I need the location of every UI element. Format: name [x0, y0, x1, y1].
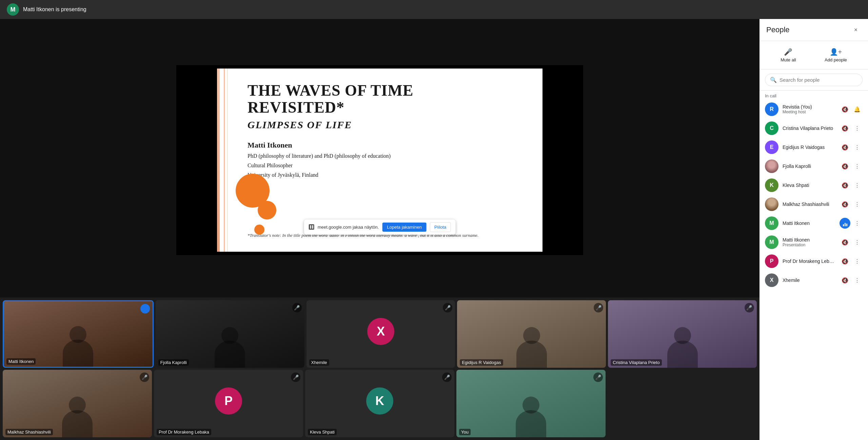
- panel-title: People: [766, 25, 790, 34]
- mute-btn-prof[interactable]: 🔇: [840, 256, 850, 267]
- participant-fjolla[interactable]: Fjolla Kaprolli 🔇 ⋮: [760, 157, 868, 176]
- info-cristina: Cristina Vilaplana Prieto: [783, 126, 835, 131]
- mute-btn-fjolla[interactable]: 🔇: [840, 161, 850, 172]
- role-revistia: Meeting host: [783, 110, 835, 114]
- speaking-icon: [140, 304, 150, 313]
- participant-revistia[interactable]: R Revistia (You) Meeting host 🔇 🔔: [760, 100, 868, 119]
- fjolla-video: [156, 300, 304, 368]
- mute-btn-revistia[interactable]: 🔇: [840, 104, 850, 115]
- mute-btn-cristina[interactable]: 🔇: [840, 123, 850, 134]
- more-btn-kleva[interactable]: ⋮: [852, 180, 863, 191]
- kleva-mute-icon: 🎤: [442, 372, 452, 382]
- search-icon: 🔍: [770, 77, 777, 83]
- you-mute-icon: 🎤: [593, 372, 603, 382]
- add-people-button[interactable]: 👤+ Add people: [818, 45, 854, 65]
- thumbnail-fjolla-kaprolli[interactable]: 🎤 Fjolla Kaprolli: [156, 300, 304, 368]
- info-fjolla: Fjolla Kaprolli: [783, 164, 835, 169]
- cristina-mute-icon: 🎤: [745, 303, 754, 312]
- info-egidijus: Egidijus R Vaidogas: [783, 145, 835, 150]
- participant-egidijus[interactable]: E Egidijus R Vaidogas 🔇 ⋮: [760, 138, 868, 157]
- more-btn-malkhaz[interactable]: ⋮: [852, 199, 863, 210]
- presenter-avatar: M: [7, 3, 19, 16]
- avatar-malkhaz: [765, 197, 778, 211]
- participant-malkhaz[interactable]: Malkhaz Shashiashvili 🔇 ⋮: [760, 195, 868, 214]
- info-prof: Prof Dr Morakeng Lebaka: [783, 259, 835, 264]
- thumbnail-row-1: Matti Itkonen 🎤 Fjolla Kaprolli X: [3, 300, 757, 368]
- presentation-area: The Waves of Time Revisited* Glimpses of…: [0, 19, 760, 298]
- mute-btn-xhemile[interactable]: 🔇: [840, 275, 850, 286]
- video-area: The Waves of Time Revisited* Glimpses of…: [0, 19, 760, 440]
- thumbnail-matti-itkonen[interactable]: Matti Itkonen: [3, 300, 154, 368]
- avatar-revistia: R: [765, 102, 778, 116]
- xhemile-avatar: X: [367, 318, 394, 345]
- name-cristina: Cristina Vilaplana Prieto: [783, 126, 835, 131]
- more-btn-matti1[interactable]: ⋮: [852, 218, 863, 229]
- participant-xhemile[interactable]: X Xhemile 🔇 ⋮: [760, 271, 868, 290]
- slide-detail2: Cultural Philosopher: [248, 162, 526, 169]
- malkhaz-name-label: Malkhaz Shashiashvili: [5, 429, 53, 435]
- controls-fjolla: 🔇 ⋮: [840, 161, 863, 172]
- slide-detail1: PhD (philosophy of literature) and PhD (…: [248, 153, 526, 159]
- participant-kleva[interactable]: K Kleva Shpati 🔇 ⋮: [760, 176, 868, 195]
- thumbnail-xhemile[interactable]: X 🎤 Xhemile: [307, 300, 455, 368]
- bell-btn-revistia[interactable]: 🔔: [852, 104, 863, 115]
- speaking-btn-matti1[interactable]: [840, 218, 850, 229]
- stop-sharing-button[interactable]: Lopeta jakaminen: [382, 223, 427, 232]
- name-xhemile: Xhemile: [783, 278, 835, 283]
- hide-button[interactable]: Piilota: [430, 222, 451, 232]
- thumbnail-prof[interactable]: P 🎤 Prof Dr Morakeng Lebaka: [154, 370, 303, 437]
- info-xhemile: Xhemile: [783, 278, 835, 283]
- info-malkhaz: Malkhaz Shashiashvili: [783, 202, 835, 207]
- info-matti1: Matti Itkonen: [783, 221, 835, 226]
- avatar-matti2: M: [765, 235, 778, 249]
- mute-btn-matti2[interactable]: 🔇: [840, 237, 850, 248]
- egidijus-mute-icon: 🎤: [594, 303, 603, 312]
- participant-prof[interactable]: P Prof Dr Morakeng Lebaka 🔇 ⋮: [760, 252, 868, 271]
- add-people-icon: 👤+: [830, 48, 842, 56]
- add-people-label: Add people: [825, 57, 847, 62]
- share-bar: meet.google.com jakaa näytön. Lopeta jak…: [304, 219, 456, 235]
- participant-matti1[interactable]: M Matti Itkonen ⋮: [760, 214, 868, 233]
- thumbnail-you[interactable]: 🎤 You: [456, 370, 606, 437]
- slide-decor2: [227, 69, 228, 252]
- mute-btn-kleva[interactable]: 🔇: [840, 180, 850, 191]
- prof-name-label: Prof Dr Morakeng Lebaka: [157, 429, 211, 435]
- more-btn-matti2[interactable]: ⋮: [852, 237, 863, 248]
- slide-container: The Waves of Time Revisited* Glimpses of…: [176, 65, 583, 255]
- name-kleva: Kleva Shpati: [783, 183, 835, 188]
- mute-all-label: Mute all: [781, 57, 796, 62]
- participant-cristina[interactable]: C Cristina Vilaplana Prieto 🔇 ⋮: [760, 119, 868, 138]
- thumbnail-malkhaz[interactable]: 🎤 Malkhaz Shashiashvili: [3, 370, 152, 437]
- avatar-fjolla: [765, 159, 778, 173]
- thumbnail-cristina[interactable]: 🎤 Cristina Vilaplana Prieto: [608, 300, 757, 368]
- avatar-kleva: K: [765, 178, 778, 192]
- more-btn-cristina[interactable]: ⋮: [852, 123, 863, 134]
- controls-revistia: 🔇 🔔: [840, 104, 863, 115]
- mute-btn-malkhaz[interactable]: 🔇: [840, 199, 850, 210]
- mute-btn-egidijus[interactable]: 🔇: [840, 142, 850, 153]
- thumbnail-egidijus[interactable]: 🎤 Egidijus R Vaidogas: [457, 300, 606, 368]
- participant-matti2[interactable]: M Matti Itkonen Presentation 🔇 ⋮: [760, 233, 868, 252]
- name-prof: Prof Dr Morakeng Lebaka: [783, 259, 835, 264]
- more-btn-prof[interactable]: ⋮: [852, 256, 863, 267]
- role-matti2: Presentation: [783, 243, 835, 247]
- thumbnail-kleva[interactable]: K 🎤 Kleva Shpati: [305, 370, 454, 437]
- controls-kleva: 🔇 ⋮: [840, 180, 863, 191]
- more-btn-fjolla[interactable]: ⋮: [852, 161, 863, 172]
- in-call-label: In call: [760, 91, 868, 100]
- mute-all-button[interactable]: 🎤 Mute all: [774, 45, 803, 65]
- controls-matti2: 🔇 ⋮: [840, 237, 863, 248]
- people-panel: People × 🎤 Mute all 👤+ Add people 🔍 In c…: [760, 19, 868, 440]
- close-panel-button[interactable]: ×: [850, 24, 861, 35]
- avatar-xhemile: X: [765, 273, 778, 287]
- panel-actions: 🎤 Mute all 👤+ Add people: [760, 41, 868, 70]
- matti-name-label: Matti Itkonen: [6, 358, 36, 365]
- more-btn-xhemile[interactable]: ⋮: [852, 275, 863, 286]
- more-btn-egidijus[interactable]: ⋮: [852, 142, 863, 153]
- name-revistia: Revistia (You): [783, 104, 835, 110]
- prof-mute-icon: 🎤: [291, 372, 300, 382]
- slide-author: Matti Itkonen: [248, 141, 526, 150]
- main-content: The Waves of Time Revisited* Glimpses of…: [0, 19, 868, 440]
- fjolla-mute-icon: 🎤: [292, 303, 302, 312]
- search-input[interactable]: [780, 77, 857, 83]
